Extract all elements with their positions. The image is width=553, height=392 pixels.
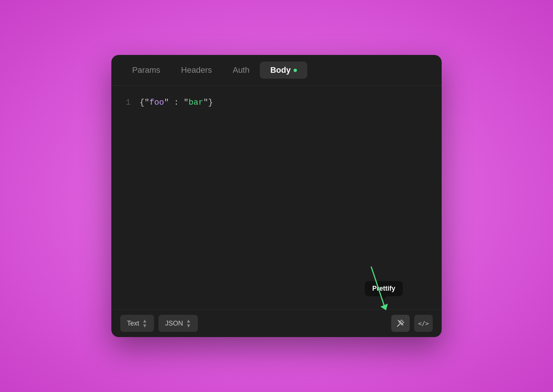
open-brace: {" <box>140 98 149 107</box>
code-line-1: 1 {"foo" : "bar"} <box>123 96 430 109</box>
tab-params[interactable]: Params <box>122 62 171 79</box>
json-value: bar <box>189 98 203 107</box>
tab-headers[interactable]: Headers <box>171 62 222 79</box>
type-label: JSON <box>165 320 183 327</box>
type-selector[interactable]: JSON ▲▼ <box>158 315 198 331</box>
format-selector[interactable]: Text ▲▼ <box>120 315 154 331</box>
tab-auth[interactable]: Auth <box>222 62 260 79</box>
format-arrows: ▲▼ <box>142 318 147 328</box>
bottom-toolbar: Text ▲▼ JSON ▲▼ Prettify <box>111 309 442 337</box>
format-label: Text <box>127 320 139 327</box>
prettify-button[interactable] <box>391 315 410 332</box>
tab-bar: Params Headers Auth Body <box>111 55 442 86</box>
code-text: {"foo" : "bar"} <box>140 96 213 109</box>
line-number: 1 <box>123 96 131 109</box>
json-key: foo <box>149 98 164 107</box>
type-arrows: ▲▼ <box>186 318 191 328</box>
main-panel: Params Headers Auth Body 1 {"foo" : "bar… <box>111 55 442 337</box>
quote-colon: " : " <box>164 98 189 107</box>
close-brace: "} <box>203 98 213 107</box>
body-active-dot <box>294 69 297 72</box>
code-editor[interactable]: 1 {"foo" : "bar"} <box>111 86 442 309</box>
code-view-button[interactable]: </> <box>414 315 433 332</box>
tab-body[interactable]: Body <box>260 62 307 79</box>
wand-icon <box>396 319 405 327</box>
code-view-icon: </> <box>418 320 429 327</box>
